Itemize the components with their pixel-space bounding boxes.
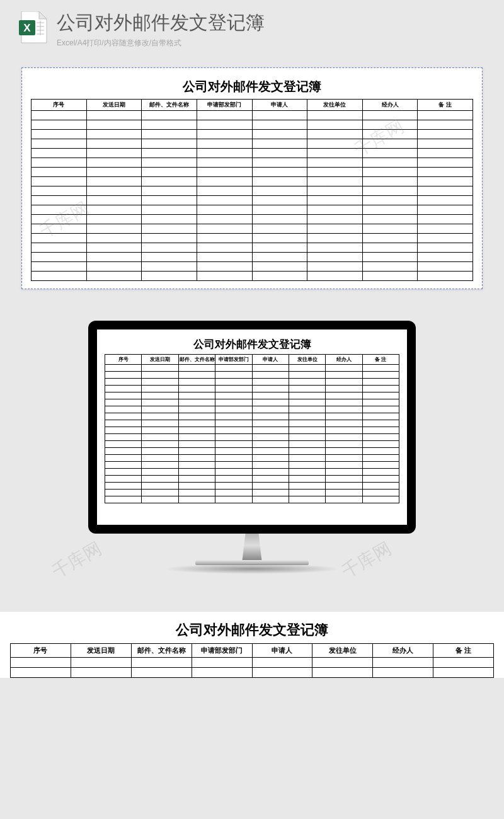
table-row xyxy=(32,168,473,177)
table-row xyxy=(105,399,399,406)
svg-text:X: X xyxy=(23,22,31,34)
table-row xyxy=(32,158,473,168)
column-header: 发往单位 xyxy=(312,644,373,658)
table-row xyxy=(32,215,473,224)
table-header-row: 序号发送日期邮件、文件名称申请部发部门申请人发往单位经办人备 注 xyxy=(105,355,399,365)
table-row xyxy=(32,243,473,253)
zoom-preview: 公司对外邮件发文登记簿 序号发送日期邮件、文件名称申请部发部门申请人发往单位经办… xyxy=(0,612,504,678)
table-row xyxy=(105,420,399,427)
table-row xyxy=(105,441,399,448)
table-row xyxy=(105,386,399,392)
table-row xyxy=(32,196,473,205)
column-header: 发送日期 xyxy=(142,355,178,365)
table-row xyxy=(105,455,399,462)
table-row xyxy=(105,448,399,455)
column-header: 申请人 xyxy=(252,644,312,658)
monitor-stand xyxy=(230,534,274,560)
column-header: 序号 xyxy=(32,100,87,111)
table-row xyxy=(32,130,473,139)
column-header: 申请部发部门 xyxy=(197,100,252,111)
register-table: 公司对外邮件发文登记簿 序号发送日期邮件、文件名称申请部发部门申请人发往单位经办… xyxy=(31,76,473,281)
column-header: 申请部发部门 xyxy=(192,644,252,658)
column-header: 备 注 xyxy=(418,100,473,111)
table-row xyxy=(32,149,473,158)
table-row xyxy=(105,365,399,372)
table-row xyxy=(105,476,399,483)
column-header: 邮件、文件名称 xyxy=(142,100,197,111)
table-row xyxy=(105,483,399,490)
table-row xyxy=(105,490,399,496)
table-header-row: 序号发送日期邮件、文件名称申请部发部门申请人发往单位经办人备 注 xyxy=(11,644,494,658)
column-header: 发往单位 xyxy=(307,100,363,111)
column-header: 邮件、文件名称 xyxy=(178,355,215,365)
excel-file-icon: X xyxy=(19,11,48,44)
column-header: 发送日期 xyxy=(71,644,131,658)
monitor-screen: 公司对外邮件发文登记簿 序号发送日期邮件、文件名称申请部发部门申请人发往单位经办… xyxy=(97,329,407,525)
column-header: 申请人 xyxy=(252,100,307,111)
column-header: 序号 xyxy=(11,644,71,658)
table-row xyxy=(105,379,399,386)
column-header: 发送日期 xyxy=(86,100,142,111)
monitor-preview: 公司对外邮件发文登记簿 序号发送日期邮件、文件名称申请部发部门申请人发往单位经办… xyxy=(88,321,416,574)
column-header: 备 注 xyxy=(433,644,494,658)
table-row xyxy=(105,434,399,441)
column-header: 邮件、文件名称 xyxy=(131,644,192,658)
template-title: 公司对外邮件发文登记簿 xyxy=(57,11,485,34)
monitor-shadow xyxy=(164,564,340,574)
table-row xyxy=(105,462,399,469)
table-row xyxy=(32,253,473,262)
register-table: 公司对外邮件发文登记簿 序号发送日期邮件、文件名称申请部发部门申请人发往单位经办… xyxy=(105,336,399,503)
column-header: 经办人 xyxy=(373,644,433,658)
column-header: 备 注 xyxy=(362,355,399,365)
column-header: 申请人 xyxy=(252,355,289,365)
table-row xyxy=(11,658,494,668)
table-row xyxy=(32,177,473,186)
table-row xyxy=(32,234,473,243)
table-row xyxy=(32,272,473,281)
paper-preview: 公司对外邮件发文登记簿 序号发送日期邮件、文件名称申请部发部门申请人发往单位经办… xyxy=(21,67,483,289)
table-row xyxy=(32,205,473,215)
monitor-bezel: 公司对外邮件发文登记簿 序号发送日期邮件、文件名称申请部发部门申请人发往单位经办… xyxy=(88,321,416,534)
template-subtitle: Excel/A4打印/内容随意修改/自带格式 xyxy=(57,38,485,49)
table-row xyxy=(32,224,473,234)
table-title: 公司对外邮件发文登记簿 xyxy=(32,76,473,100)
register-table: 公司对外邮件发文登记簿 序号发送日期邮件、文件名称申请部发部门申请人发往单位经办… xyxy=(10,618,494,678)
column-header: 序号 xyxy=(105,355,142,365)
column-header: 经办人 xyxy=(326,355,362,365)
table-header-row: 序号发送日期邮件、文件名称申请部发部门申请人发往单位经办人备 注 xyxy=(32,100,473,111)
table-title: 公司对外邮件发文登记簿 xyxy=(105,336,399,355)
table-row xyxy=(105,413,399,420)
table-row xyxy=(105,427,399,434)
table-row xyxy=(105,496,399,503)
table-row xyxy=(32,139,473,149)
table-title: 公司对外邮件发文登记簿 xyxy=(11,618,494,644)
table-row xyxy=(105,392,399,399)
column-header: 申请部发部门 xyxy=(215,355,252,365)
template-header: X 公司对外邮件发文登记簿 Excel/A4打印/内容随意修改/自带格式 xyxy=(0,0,504,56)
table-row xyxy=(11,668,494,678)
table-row xyxy=(32,120,473,130)
table-row xyxy=(32,186,473,196)
column-header: 发往单位 xyxy=(289,355,325,365)
table-row xyxy=(105,469,399,476)
column-header: 经办人 xyxy=(362,100,418,111)
table-row xyxy=(32,262,473,272)
table-row xyxy=(105,406,399,413)
table-row xyxy=(32,111,473,120)
table-row xyxy=(105,372,399,379)
